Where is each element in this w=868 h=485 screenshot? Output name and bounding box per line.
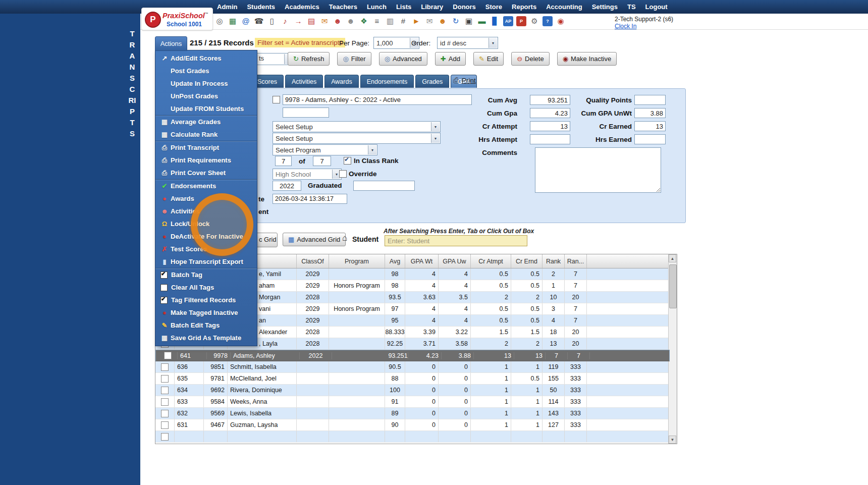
calc-icon[interactable]: # [398, 16, 408, 26]
school-level-select[interactable]: High School [273, 169, 342, 180]
table-row[interactable] [155, 431, 670, 443]
clean-icon[interactable]: ❖ [359, 16, 369, 26]
cr-attempt-field[interactable] [530, 121, 570, 131]
menu-item-batch-edit-tags[interactable]: ✎ Batch Edit Tags [155, 319, 257, 332]
delete-button[interactable]: ⊖Delete [511, 52, 549, 66]
nav-item-library[interactable]: Library [421, 3, 443, 11]
export-icon[interactable]: → [293, 16, 303, 26]
hrs-attempt-field[interactable] [530, 134, 570, 144]
nav-item-logout[interactable]: Logout [645, 3, 668, 11]
menu-item-unpost-grades[interactable]: UnPost Grades [155, 90, 257, 102]
menu-item-update-from-students[interactable]: Update FROM Students [155, 102, 257, 115]
edit-button[interactable]: ✎Edit [473, 52, 504, 66]
McClelland, Joel[interactable]: 635 9781 McClelland, Joel 88 0 0 1 0.5 1… [155, 373, 670, 385]
scroll-up-icon[interactable] [669, 254, 676, 262]
menu-item-post-grades[interactable]: Post Grades [155, 65, 257, 77]
setup-select-2[interactable]: Select Setup [273, 133, 441, 144]
override-checkbox[interactable] [339, 170, 347, 178]
Schmitt, Isabella[interactable]: 636 9851 Schmitt, Isabella 90.5 0 0 1 1 … [155, 361, 670, 373]
scrollbar-thumb[interactable] [669, 264, 677, 308]
header-classof[interactable]: ClassOf [297, 254, 329, 268]
comments-textarea[interactable] [535, 147, 661, 193]
row-checkbox[interactable] [161, 387, 169, 394]
mobile-icon[interactable]: ▯ [267, 16, 277, 26]
menu-item-print-cover-sheet[interactable]: ⎙ Print Cover Sheet [155, 167, 257, 179]
menu-item-make-tagged-inactive[interactable]: ● Make Tagged Inactive [155, 306, 257, 319]
tab-awards[interactable]: Awards [324, 75, 358, 88]
student-search-input[interactable] [385, 235, 527, 246]
nav-item-academics[interactable]: Academics [285, 3, 319, 11]
help-icon[interactable]: ? [542, 16, 553, 26]
header-gpa-wt[interactable]: GPA Wt [405, 254, 439, 268]
clockout-icon[interactable]: ◉ [556, 16, 566, 26]
Guzman, Laysha[interactable]: 631 9467 Guzman, Laysha 90 0 0 1 1 127 3… [155, 419, 670, 431]
nav-item-lunch[interactable]: Lunch [367, 3, 387, 11]
student-field[interactable] [283, 94, 472, 105]
pdf-icon[interactable]: P [516, 16, 526, 26]
vertical-scrollbar[interactable] [668, 254, 677, 444]
header-ran[interactable]: Ran... [565, 254, 587, 268]
cr-earned-field[interactable] [634, 121, 666, 131]
row-checkbox[interactable] [164, 352, 172, 359]
setup-select-1[interactable]: Select Setup [273, 121, 441, 132]
family-icon[interactable]: ☻ [438, 16, 448, 26]
actions-menu-button[interactable]: Actions [155, 36, 187, 51]
make-inactive-button[interactable]: ◉Make Inactive [557, 52, 617, 66]
nav-item-lists[interactable]: Lists [396, 3, 411, 11]
nav-item-students[interactable]: Students [247, 3, 275, 11]
refresh-button[interactable]: ↻Refresh [288, 52, 330, 66]
calendar-icon[interactable]: ▤ [306, 16, 316, 26]
menu-item-lock-unlock[interactable]: Ω Lock/Unlock [155, 218, 257, 230]
forward-icon[interactable]: ► [411, 16, 421, 26]
menu-item-add-edit-scores[interactable]: ↗ Add/Edit Scores [155, 52, 257, 65]
row-checkbox[interactable] [161, 433, 169, 441]
tab-activities[interactable]: Activities [285, 75, 323, 88]
nav-item-settings[interactable]: Settings [592, 3, 618, 11]
gear-icon[interactable]: ⚙ [529, 16, 539, 26]
row-checkbox[interactable] [161, 363, 169, 371]
menu-item-clear-all-tags[interactable]: Clear All Tags [155, 281, 257, 294]
chart-icon[interactable]: ▊ [490, 16, 500, 26]
group-icon[interactable]: ≡ [372, 16, 382, 26]
nav-item-ts[interactable]: TS [627, 3, 636, 11]
student-red-icon[interactable]: ☻ [333, 16, 343, 26]
logo[interactable]: P PraxiSchool™ School 1001 [141, 8, 213, 30]
Adams, Ashley[interactable]: 641 9978 Adams, Ashley 2022 93.251 4.23 … [155, 350, 670, 361]
email-icon[interactable]: @ [241, 16, 251, 26]
scroll-down-icon[interactable] [669, 436, 676, 444]
filter-button[interactable]: ◎Filter [337, 52, 371, 66]
rank-field[interactable] [275, 156, 292, 166]
menu-item-print-transcript[interactable]: ⎙ Print Transcript [155, 141, 257, 154]
Lewis, Isabella[interactable]: 632 9569 Lewis, Isabella 89 0 0 1 1 143 … [155, 408, 670, 419]
student-gray-icon[interactable]: ☻ [346, 16, 356, 26]
nav-item-teachers[interactable]: Teachers [329, 3, 357, 11]
quality-points-field[interactable] [634, 95, 666, 105]
header-program[interactable]: Program [329, 254, 385, 268]
graduated-field[interactable] [353, 181, 415, 191]
menu-item-update-in-process[interactable]: Update In Process [155, 77, 257, 90]
clock-in-link[interactable]: Clock In [615, 23, 636, 30]
program-select[interactable]: Select Program [273, 144, 377, 155]
menu-item-print-requirements[interactable]: ⎙ Print Requirements [155, 154, 257, 167]
mail-icon[interactable]: ✉ [424, 16, 435, 26]
send-icon[interactable]: ✉ [319, 16, 330, 26]
aux-field[interactable] [283, 107, 329, 118]
cum-gpa-field[interactable] [530, 108, 570, 118]
menu-item-calculate-rank[interactable]: ▦ Calculate Rank [155, 128, 257, 141]
student-row-checkbox[interactable] [273, 96, 280, 103]
header-gpa-uw[interactable]: GPA Uw [439, 254, 471, 268]
menu-item-endorsements[interactable]: ✔ Endorsements [155, 179, 257, 192]
header-avg[interactable]: Avg [385, 254, 405, 268]
announce-icon[interactable]: ♪ [280, 16, 290, 26]
print-link[interactable]: ⎙ Print [453, 76, 476, 85]
Weeks, Anna[interactable]: 633 9584 Weeks, Anna 91 0 0 1 1 114 333 [155, 396, 670, 408]
tab-grades[interactable]: Grades [415, 75, 449, 88]
nav-item-accounting[interactable]: Accounting [546, 3, 582, 11]
header-cr-ernd[interactable]: Cr Ernd [511, 254, 542, 268]
menu-item-checkbox[interactable] [160, 297, 168, 304]
advanced-grid-button[interactable]: ▦ Advanced Grid [283, 233, 346, 246]
row-checkbox[interactable] [161, 421, 169, 429]
add-button[interactable]: ✚Add [435, 52, 466, 66]
row-checkbox[interactable] [161, 410, 169, 417]
payment-icon[interactable]: ▬ [477, 16, 487, 26]
